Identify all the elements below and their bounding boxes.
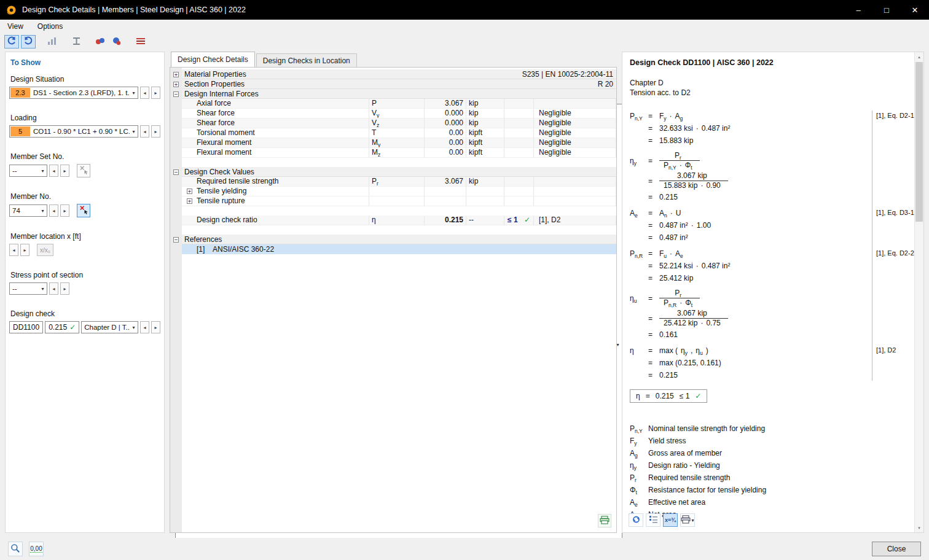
table-row[interactable]: Axial forceP3.067kip: [170, 99, 616, 109]
member-set-pick-button[interactable]: [77, 164, 90, 177]
zoom-button[interactable]: [8, 542, 23, 556]
formula-line: ηu=PrPn,R·Φt: [630, 289, 912, 308]
show-formulas-button[interactable]: x=¾: [663, 513, 678, 527]
member-location-label: Member location x [ft]: [10, 232, 160, 241]
table-row[interactable]: Design check ratioη0.215--≤ 1✓[1], D2: [170, 216, 616, 225]
detail-settings-button[interactable]: [646, 513, 660, 527]
legend-row: ηyDesign ratio - Yielding: [630, 459, 912, 472]
member-set-prev-button[interactable]: ◂: [49, 165, 58, 177]
menu-options[interactable]: Options: [36, 21, 65, 32]
loading-next-button[interactable]: ▸: [151, 125, 160, 138]
table-row[interactable]: +Tensile yielding: [170, 187, 616, 196]
expander-icon[interactable]: −: [173, 237, 179, 243]
window-controls: – □ ✕: [844, 0, 929, 20]
formula-block: [1], Eq. D2-2Pn,R=Fu·Ae=52.214 ksi·0.487…: [630, 248, 912, 284]
row-unit: kipft: [466, 128, 504, 138]
scale-display-button[interactable]: 0,00: [29, 542, 44, 556]
print-details-button[interactable]: ▾: [680, 513, 695, 527]
group-row[interactable]: +Section PropertiesR 20: [170, 79, 616, 89]
scroll-down-icon[interactable]: ▾: [915, 523, 923, 532]
fraction: PrPn,Y·Φt: [659, 151, 700, 170]
group-row[interactable]: +Material PropertiesS235 | EN 10025-2:20…: [170, 69, 616, 79]
design-situation-select[interactable]: 2.3 DS1 - Section 2.3 (LRFD), 1. t... ▾: [9, 87, 138, 99]
group-info: S235 | EN 10025-2:2004-11: [522, 70, 614, 79]
expander-icon[interactable]: +: [187, 198, 192, 204]
group-row[interactable]: −Design Internal Forces: [170, 89, 616, 99]
member-set-group: Member Set No. -- ▾ ◂ ▸: [9, 152, 160, 177]
table-row[interactable]: Torsional momentT0.00kipftNegligible: [170, 128, 616, 138]
row-value: 3.067: [425, 99, 466, 109]
loading-select[interactable]: 5 CO11 - 0.90 * LC1 + 0.90 * LC... ▾: [9, 125, 138, 138]
row-label: Tensile rupture: [197, 196, 245, 206]
maximize-button[interactable]: □: [872, 0, 901, 20]
expander-icon[interactable]: +: [173, 72, 179, 77]
expander-icon[interactable]: +: [173, 82, 179, 87]
result-limit: ≤ 1: [680, 392, 690, 400]
table-gap: [170, 158, 616, 167]
member-prev-button[interactable]: ◂: [49, 204, 58, 217]
section-lines-button[interactable]: [133, 35, 148, 49]
stress-point-next-button[interactable]: ▸: [60, 282, 69, 295]
partial-views-button[interactable]: [109, 35, 124, 49]
design-situation-group: Design Situation 2.3 DS1 - Section 2.3 (…: [9, 75, 160, 99]
print-dropdown-icon[interactable]: ▾: [691, 518, 694, 523]
design-check-label: Design check: [10, 309, 160, 318]
design-situation-next-button[interactable]: ▸: [151, 87, 160, 99]
group-row[interactable]: −References: [170, 235, 616, 244]
member-set-label: Member Set No.: [10, 152, 160, 161]
row-label: Tensile yielding: [197, 187, 246, 196]
refresh-details-button[interactable]: [629, 513, 643, 527]
member-set-select[interactable]: -- ▾: [9, 165, 47, 177]
loading-prev-button[interactable]: ◂: [140, 125, 149, 138]
history-back-button[interactable]: [4, 35, 19, 49]
design-situation-prev-button[interactable]: ◂: [140, 87, 149, 99]
table-row[interactable]: +Tensile rupture: [170, 196, 616, 206]
stress-points-button[interactable]: [69, 35, 84, 49]
table-row[interactable]: [1]ANSI/AISC 360-22: [170, 244, 616, 254]
app-icon: [6, 5, 17, 15]
loading-badge: 5: [10, 126, 30, 136]
close-window-button[interactable]: ✕: [901, 0, 929, 20]
legend-description: Required tensile strength: [648, 473, 730, 482]
design-check-prev-button[interactable]: ◂: [140, 321, 149, 333]
scrollbar-thumb[interactable]: [915, 62, 923, 222]
table-row[interactable]: Required tensile strengthPr3.067kip: [170, 177, 616, 187]
row-note: [534, 99, 616, 109]
history-forward-button[interactable]: [21, 35, 36, 49]
member-set-next-button[interactable]: ▸: [60, 165, 69, 177]
member-location-next-button[interactable]: ▸: [20, 244, 29, 256]
print-table-button[interactable]: [598, 514, 611, 527]
relative-location-button[interactable]: x/x₀: [37, 244, 53, 256]
scale-value: 0,00: [30, 545, 42, 553]
tab-design-checks-in-location[interactable]: Design Checks in Location: [256, 53, 357, 67]
scroll-up-icon[interactable]: ▴: [915, 52, 923, 61]
stress-point-prev-button[interactable]: ◂: [49, 282, 58, 295]
minimize-button[interactable]: –: [844, 0, 872, 20]
table-row[interactable]: Flexural momentMz0.00kipftNegligible: [170, 148, 616, 158]
formula-line: =0.487 in²·1.00: [630, 220, 912, 231]
stress-point-select[interactable]: -- ▾: [9, 282, 47, 295]
member-location-prev-button[interactable]: ◂: [9, 244, 18, 256]
group-label: Design Internal Forces: [184, 90, 614, 98]
expander-icon[interactable]: +: [187, 189, 192, 194]
member-select[interactable]: 74 ▾: [9, 204, 47, 217]
expander-icon[interactable]: −: [173, 169, 179, 175]
design-check-next-button[interactable]: ▸: [151, 321, 160, 333]
expander-icon[interactable]: −: [173, 91, 179, 97]
design-check-ratio-box: 0.215 ✓: [45, 321, 79, 333]
row-value: 0.00: [425, 148, 466, 158]
detail-scrollbar[interactable]: ▴ ▾: [914, 52, 923, 532]
tab-design-check-details[interactable]: Design Check Details: [171, 52, 255, 67]
table-row[interactable]: Flexural momentMy0.00kipftNegligible: [170, 138, 616, 148]
table-row[interactable]: Shear forceVz0.000kipNegligible: [170, 119, 616, 128]
table-row[interactable]: Shear forceVy0.000kipNegligible: [170, 109, 616, 119]
menu-view[interactable]: View: [6, 21, 25, 32]
section-lines-icon: [136, 37, 146, 47]
group-row[interactable]: −Design Check Values: [170, 167, 616, 177]
colored-results-button[interactable]: [93, 35, 108, 49]
close-button[interactable]: Close: [872, 542, 921, 556]
member-pick-button[interactable]: [77, 204, 90, 217]
design-check-chapter-select[interactable]: Chapter D | T... ▾: [81, 321, 138, 333]
member-next-button[interactable]: ▸: [60, 204, 69, 217]
result-diagram-button[interactable]: [45, 35, 60, 49]
